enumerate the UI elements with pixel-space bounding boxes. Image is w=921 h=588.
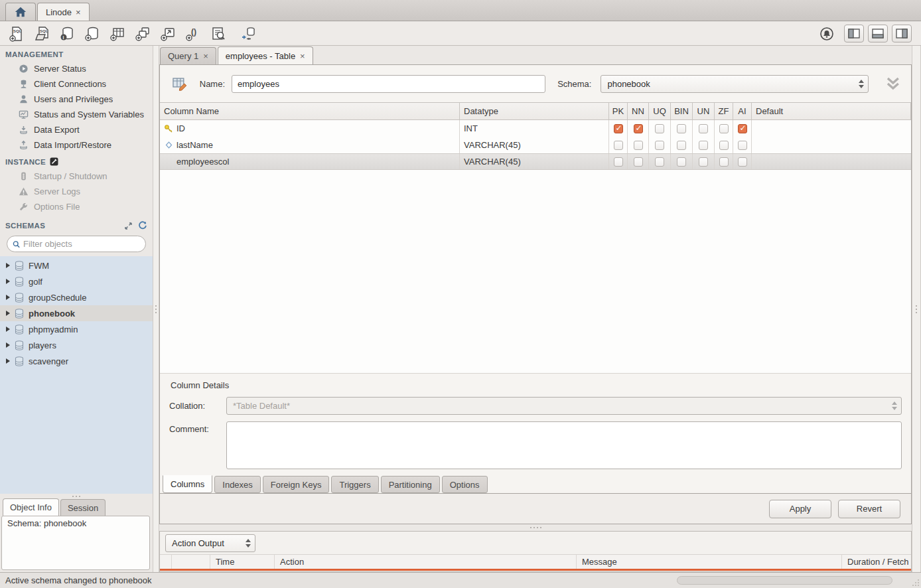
- output-col-message[interactable]: Message: [577, 555, 842, 569]
- zf-checkbox[interactable]: [719, 124, 729, 133]
- bin-checkbox[interactable]: [677, 124, 686, 133]
- schema-filter-input[interactable]: [23, 239, 140, 249]
- nn-checkbox[interactable]: [634, 141, 643, 150]
- schema-item-groupschedule[interactable]: groupSchedule: [0, 289, 153, 305]
- col-header-pk[interactable]: PK: [609, 103, 628, 119]
- expander-icon[interactable]: [6, 327, 10, 332]
- tab-foreign-keys[interactable]: Foreign Keys: [263, 476, 330, 493]
- home-tab[interactable]: [5, 3, 36, 21]
- nn-checkbox[interactable]: [634, 157, 643, 167]
- create-function-button[interactable]: (): [183, 25, 203, 43]
- toggle-left-panel-button[interactable]: [844, 25, 864, 42]
- sidebar-item-startup-shutdown[interactable]: Startup / Shutdown: [0, 169, 153, 184]
- schema-item-phonebook[interactable]: phonebook: [0, 305, 153, 321]
- comment-textarea[interactable]: [226, 421, 902, 469]
- tab-indexes[interactable]: Indexes: [214, 476, 261, 493]
- col-header-datatype[interactable]: Datatype: [460, 103, 609, 119]
- column-row-employeescol[interactable]: employeescol VARCHAR(45): [160, 153, 911, 170]
- sidebar-item-client-connections[interactable]: Client Connections: [0, 76, 153, 92]
- zf-checkbox[interactable]: [719, 157, 729, 167]
- ai-checkbox[interactable]: [738, 124, 747, 133]
- col-header-default[interactable]: Default: [752, 103, 911, 119]
- create-schema-button[interactable]: [82, 25, 102, 43]
- expand-editor-chevron-icon[interactable]: [885, 76, 902, 91]
- left-splitter[interactable]: [153, 46, 159, 572]
- ai-checkbox[interactable]: [738, 141, 747, 150]
- create-view-button[interactable]: [133, 25, 153, 43]
- apply-button[interactable]: Apply: [769, 500, 831, 518]
- schema-filter-box[interactable]: [7, 236, 146, 252]
- uq-checkbox[interactable]: [655, 141, 664, 150]
- pk-checkbox[interactable]: [614, 157, 623, 167]
- tab-session[interactable]: Session: [60, 499, 106, 516]
- schema-item-scavenger[interactable]: scavenger: [0, 353, 153, 369]
- tab-options[interactable]: Options: [442, 476, 488, 493]
- output-col-time[interactable]: Time: [210, 555, 275, 569]
- column-default[interactable]: [752, 154, 911, 169]
- bin-checkbox[interactable]: [677, 157, 686, 167]
- zf-checkbox[interactable]: [719, 141, 729, 150]
- nn-checkbox[interactable]: [634, 124, 643, 133]
- toggle-right-panel-button[interactable]: [892, 25, 912, 42]
- connection-tab-close-icon[interactable]: ×: [76, 7, 81, 17]
- sidebar-item-users-and-privileges[interactable]: Users and Privileges: [0, 92, 153, 107]
- schema-info-button[interactable]: i: [57, 25, 77, 43]
- output-col-duration[interactable]: Duration / Fetch: [842, 555, 911, 569]
- un-checkbox[interactable]: [699, 124, 708, 133]
- ai-checkbox[interactable]: [738, 157, 747, 167]
- notification-button[interactable]: [819, 26, 835, 42]
- expander-icon[interactable]: [6, 279, 10, 284]
- uq-checkbox[interactable]: [655, 157, 664, 167]
- col-header-nn[interactable]: NN: [628, 103, 649, 119]
- inspect-database-button[interactable]: [208, 25, 228, 43]
- tab-partitioning[interactable]: Partitioning: [381, 476, 440, 493]
- sidebar-item-data-export[interactable]: Data Export: [0, 122, 153, 137]
- schema-item-golf[interactable]: golf: [0, 273, 153, 289]
- resize-grip-icon[interactable]: [912, 579, 920, 587]
- schema-item-fwm[interactable]: FWM: [0, 257, 153, 273]
- col-header-ai[interactable]: AI: [733, 103, 752, 119]
- bin-checkbox[interactable]: [677, 141, 686, 150]
- expander-icon[interactable]: [6, 311, 10, 316]
- sidebar-item-server-status[interactable]: Server Status: [0, 61, 153, 76]
- sidebar-item-server-logs[interactable]: Server Logs: [0, 184, 153, 199]
- col-header-column-name[interactable]: Column Name: [160, 103, 460, 119]
- expander-icon[interactable]: [6, 263, 10, 268]
- create-procedure-button[interactable]: [158, 25, 178, 43]
- open-sql-script-button[interactable]: SQL: [32, 25, 52, 43]
- connection-tab[interactable]: Linode ×: [37, 3, 90, 21]
- pk-checkbox[interactable]: [614, 141, 623, 150]
- tab-triggers[interactable]: Triggers: [331, 476, 378, 493]
- sidebar-item-options-file[interactable]: Options File: [0, 199, 153, 214]
- tab-columns[interactable]: Columns: [163, 475, 212, 493]
- expander-icon[interactable]: [6, 295, 10, 300]
- output-col-blank[interactable]: [172, 555, 210, 569]
- tab-query-1[interactable]: Query 1 ×: [160, 47, 216, 64]
- output-col-action[interactable]: Action: [275, 555, 577, 569]
- col-header-uq[interactable]: UQ: [649, 103, 671, 119]
- output-col-blank[interactable]: [160, 555, 172, 569]
- new-sql-tab-button[interactable]: SQL: [7, 25, 27, 43]
- output-splitter[interactable]: [159, 524, 912, 531]
- expander-icon[interactable]: [6, 342, 10, 348]
- create-table-button[interactable]: [107, 25, 127, 43]
- un-checkbox[interactable]: [699, 141, 708, 150]
- pk-checkbox[interactable]: [614, 124, 623, 133]
- uq-checkbox[interactable]: [655, 124, 664, 133]
- un-checkbox[interactable]: [699, 157, 708, 167]
- refresh-schemas-icon[interactable]: [138, 221, 147, 230]
- output-view-select[interactable]: Action Output: [165, 534, 255, 552]
- column-row-lastname[interactable]: lastName VARCHAR(45): [160, 137, 911, 153]
- grid-empty-area[interactable]: [160, 170, 911, 373]
- sidebar-item-status-system-variables[interactable]: Status and System Variables: [0, 107, 153, 122]
- tab-employees-table[interactable]: employees - Table ×: [218, 46, 313, 64]
- column-row-id[interactable]: ID INT: [160, 120, 911, 137]
- tab-object-info[interactable]: Object Info: [3, 498, 59, 516]
- col-header-zf[interactable]: ZF: [715, 103, 733, 119]
- expander-icon[interactable]: [6, 358, 10, 364]
- horizontal-scrollbar-thumb[interactable]: [677, 576, 892, 585]
- data-transfer-button[interactable]: [239, 25, 259, 43]
- col-header-bin[interactable]: BIN: [671, 103, 693, 119]
- expand-schemas-icon[interactable]: [124, 222, 133, 230]
- schema-item-phpmyadmin[interactable]: phpmyadmin: [0, 321, 153, 337]
